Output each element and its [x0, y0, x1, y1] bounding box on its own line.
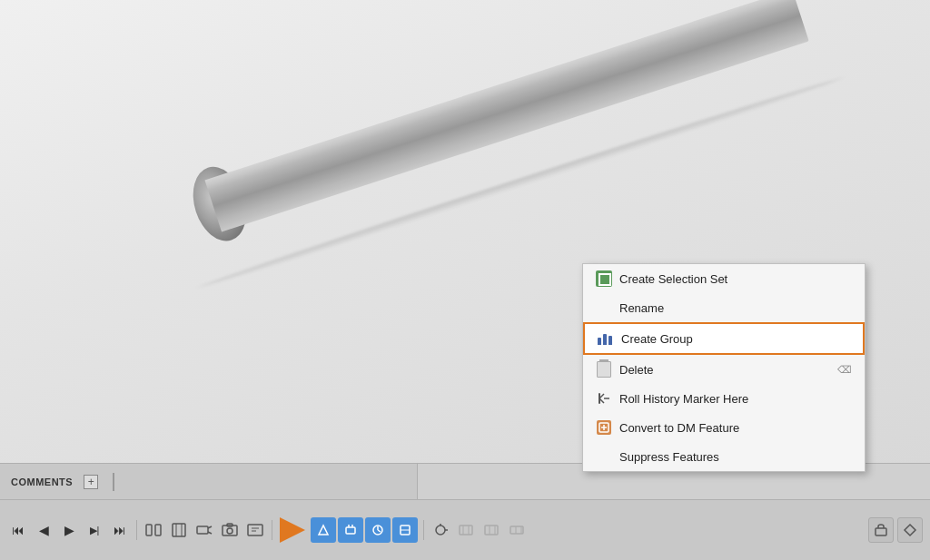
svg-rect-18 [248, 525, 262, 535]
bottom-bar: COMMENTS + ⏮ ◀ ▶ ▶| ⏭ [0, 463, 930, 560]
create-group-icon [598, 330, 614, 347]
menu-item-suppress-features[interactable]: Suppress Features [583, 442, 865, 471]
svg-rect-3 [599, 393, 600, 404]
menu-item-create-group-label: Create Group [621, 332, 850, 346]
prev-frame-button[interactable]: ◀ [33, 519, 54, 541]
blue-button-group [311, 517, 418, 543]
svg-rect-35 [485, 526, 498, 535]
arrow-right-icon [280, 517, 305, 543]
menu-item-roll-history-label: Roll History Marker Here [619, 392, 852, 406]
frame-tool-3[interactable] [193, 519, 215, 541]
roll-history-icon [596, 390, 612, 407]
timeline-toolbar: ⏮ ◀ ▶ ▶| ⏭ [0, 499, 930, 560]
blue-tool-1[interactable] [311, 517, 336, 543]
tool-7[interactable] [455, 519, 477, 541]
svg-line-26 [378, 530, 381, 532]
play-button[interactable]: ▶ [58, 519, 80, 541]
toolbar-separator-2 [272, 520, 272, 540]
menu-item-suppress-features-label: Suppress Features [619, 450, 852, 464]
menu-item-delete[interactable]: Delete ⌫ [583, 355, 865, 384]
menu-item-roll-history[interactable]: Roll History Marker Here [583, 384, 865, 413]
next-frame-button[interactable]: ▶| [84, 519, 105, 541]
comments-divider [113, 473, 114, 491]
toolbar-separator-3 [423, 520, 424, 540]
right-tool-2[interactable] [897, 517, 923, 543]
blue-tool-4[interactable] [392, 517, 418, 543]
comments-section: COMMENTS + [0, 464, 418, 500]
suppress-features-icon [596, 448, 612, 465]
comments-add-button[interactable]: + [84, 475, 98, 489]
svg-rect-12 [197, 526, 208, 534]
svg-rect-21 [346, 527, 355, 534]
frame-tool-1[interactable] [143, 519, 164, 541]
selection-set-icon [596, 270, 612, 287]
svg-point-16 [227, 528, 232, 534]
svg-point-29 [436, 526, 445, 535]
capture-button[interactable] [219, 519, 241, 541]
first-frame-button[interactable]: ⏮ [7, 519, 29, 541]
tool-6[interactable] [430, 519, 451, 541]
right-tool-1[interactable] [868, 517, 894, 543]
timeline-tool-5[interactable] [244, 519, 266, 541]
svg-rect-9 [173, 524, 185, 536]
comments-label: COMMENTS [11, 476, 73, 487]
svg-rect-32 [460, 526, 472, 535]
rename-icon [596, 300, 612, 316]
arrow-indicator [278, 516, 307, 545]
toolbar-separator-1 [136, 520, 137, 540]
menu-item-rename-label: Rename [619, 301, 852, 315]
tool-8[interactable] [480, 519, 502, 541]
last-frame-button[interactable]: ⏭ [109, 519, 131, 541]
tool-9[interactable] [506, 519, 528, 541]
menu-item-convert-dm-label: Convert to DM Feature [619, 421, 852, 435]
svg-rect-8 [155, 525, 161, 535]
context-menu: Create Selection Set Rename Create Group… [582, 263, 866, 472]
blue-tool-3[interactable] [365, 517, 391, 543]
menu-item-delete-label: Delete [619, 363, 830, 377]
delete-shortcut: ⌫ [837, 364, 852, 376]
menu-item-create-selection-set[interactable]: Create Selection Set [583, 264, 865, 293]
menu-item-create-selection-set-label: Create Selection Set [619, 272, 852, 286]
menu-item-create-group[interactable]: Create Group [583, 322, 865, 355]
frame-tool-2[interactable] [168, 519, 190, 541]
svg-rect-41 [876, 528, 886, 535]
convert-dm-icon [596, 419, 612, 436]
right-controls [868, 517, 923, 543]
blue-tool-2[interactable] [338, 517, 363, 543]
svg-rect-7 [146, 525, 152, 535]
delete-icon [596, 361, 612, 378]
menu-item-convert-dm[interactable]: Convert to DM Feature [583, 413, 865, 442]
menu-item-rename[interactable]: Rename [583, 293, 865, 322]
